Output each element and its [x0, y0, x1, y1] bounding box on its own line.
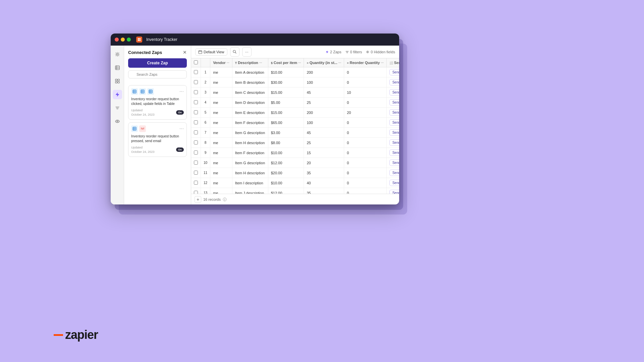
send-request-button[interactable]: Send request — [389, 79, 399, 85]
search-zaps-input[interactable] — [128, 70, 187, 78]
row-checkbox[interactable] — [194, 100, 198, 104]
send-request-button[interactable]: Send request — [389, 89, 399, 96]
svg-point-16 — [117, 121, 118, 122]
send-request-button[interactable]: Send request — [389, 109, 399, 116]
svg-point-42 — [233, 50, 235, 53]
close-zaps-panel-button[interactable]: ✕ — [183, 50, 187, 55]
row-checkbox[interactable] — [194, 120, 198, 124]
row-send-button-cell: Send request — [386, 118, 399, 128]
header-description: TDescription ··· — [232, 58, 268, 67]
row-vendor: me — [210, 98, 232, 108]
search-button[interactable] — [230, 47, 239, 57]
send-request-button[interactable]: Send request — [389, 180, 399, 186]
zapier-logo: zapier — [54, 328, 98, 342]
zaps-panel: Connected Zaps ✕ Create Zap 🔍 — [124, 46, 191, 204]
table-row: 6 me Item F description $65.00 100 0 Sen… — [191, 118, 399, 128]
zapier-logo-text: zapier — [65, 328, 98, 342]
row-vendor: me — [210, 158, 232, 168]
sidebar-icon-eye[interactable] — [113, 117, 122, 126]
zap-1-icon-2 — [139, 88, 146, 95]
row-send-button-cell: Send request — [386, 87, 399, 98]
sidebar-icon-settings[interactable] — [113, 50, 122, 59]
zap-card-2-header: ··· — [131, 125, 184, 132]
send-request-button[interactable]: Send request — [389, 119, 399, 126]
default-view-button[interactable]: Default View — [195, 48, 227, 56]
svg-rect-38 — [199, 51, 202, 54]
row-checkbox[interactable] — [194, 181, 198, 185]
sidebar-icon-views[interactable] — [113, 76, 122, 86]
header-send-reorder: ⬜Send Reorder Req... ··· — [386, 58, 399, 67]
row-num: 4 — [201, 98, 210, 108]
svg-rect-2 — [138, 40, 139, 41]
send-request-button[interactable]: Send request — [389, 139, 399, 146]
more-options-button[interactable]: ··· — [242, 47, 252, 57]
eye-icon — [366, 50, 369, 54]
zap-1-toggle[interactable]: On — [176, 110, 184, 115]
data-table-wrapper[interactable]: Vendor ··· TDescription ··· $Cost per it… — [191, 58, 399, 194]
row-checkbox[interactable] — [194, 130, 198, 134]
calendar-icon — [198, 50, 202, 54]
row-checkbox[interactable] — [194, 110, 198, 114]
svg-rect-22 — [141, 90, 144, 93]
table-row: 9 me Item F description $10.00 15 0 Send… — [191, 148, 399, 158]
row-vendor: me — [210, 108, 232, 118]
sidebar-icon-tables[interactable] — [113, 63, 122, 72]
row-description: Item F description — [232, 118, 268, 128]
row-checkbox-cell — [191, 188, 201, 194]
sidebar-icon-filters[interactable] — [113, 103, 122, 113]
row-description: Item F description — [232, 148, 268, 158]
zaps-panel-title: Connected Zaps — [128, 50, 162, 55]
row-reorder-qty: 0 — [344, 128, 387, 138]
row-reorder-qty: 0 — [344, 158, 387, 168]
row-vendor: me — [210, 118, 232, 128]
row-reorder-qty: 0 — [344, 67, 387, 77]
row-send-button-cell: Send request — [386, 188, 399, 194]
zap-1-more-button[interactable]: ··· — [179, 88, 184, 95]
svg-rect-3 — [140, 40, 141, 41]
table-row: 12 me Item I description $10.00 40 0 Sen… — [191, 178, 399, 188]
app-body: Connected Zaps ✕ Create Zap 🔍 — [111, 46, 399, 204]
select-all-checkbox[interactable] — [194, 60, 198, 64]
toolbar-meta: 2 Zaps 0 filters — [325, 50, 395, 54]
add-row-button[interactable]: + — [195, 196, 201, 203]
send-request-button[interactable]: Send request — [389, 99, 399, 106]
zap-2-more-button[interactable]: ··· — [179, 126, 184, 132]
zap-2-toggle[interactable]: On — [176, 147, 184, 152]
row-checkbox[interactable] — [194, 150, 198, 155]
row-checkbox[interactable] — [194, 140, 198, 144]
maximize-window-dot[interactable] — [127, 38, 131, 42]
send-request-button[interactable]: Send request — [389, 149, 399, 156]
row-quantity: 45 — [304, 87, 344, 98]
row-description: Item I description — [232, 178, 268, 188]
sidebar-icon-zaps[interactable] — [113, 90, 122, 99]
row-checkbox[interactable] — [194, 70, 198, 74]
table-row: 4 me Item D description $5.00 25 0 Send … — [191, 98, 399, 108]
row-checkbox[interactable] — [194, 90, 198, 94]
row-cost: $20.00 — [268, 168, 304, 178]
send-request-button[interactable]: Send request — [389, 129, 399, 136]
send-request-button[interactable]: Send request — [389, 69, 399, 75]
zapier-logo-dash — [54, 334, 63, 336]
zap-2-icon-2 — [139, 125, 146, 132]
send-request-button[interactable]: Send request — [389, 190, 399, 194]
close-window-dot[interactable] — [115, 38, 119, 42]
row-description: Item J description — [232, 188, 268, 194]
row-vendor: me — [210, 87, 232, 98]
row-cost: $3.00 — [268, 128, 304, 138]
create-zap-button[interactable]: Create Zap — [128, 58, 187, 68]
row-checkbox[interactable] — [194, 80, 198, 84]
row-description: Item H description — [232, 138, 268, 148]
minimize-window-dot[interactable] — [121, 38, 125, 42]
default-view-label: Default View — [204, 50, 224, 54]
row-checkbox[interactable] — [194, 171, 198, 175]
zap-2-icons — [131, 125, 146, 132]
row-quantity: 35 — [304, 168, 344, 178]
row-quantity: 100 — [304, 118, 344, 128]
row-checkbox[interactable] — [194, 161, 198, 165]
send-request-button[interactable]: Send request — [389, 170, 399, 176]
send-request-button[interactable]: Send request — [389, 160, 399, 166]
row-checkbox[interactable] — [194, 191, 198, 194]
svg-rect-10 — [118, 79, 119, 81]
app-icon — [136, 37, 142, 43]
row-quantity: 45 — [304, 128, 344, 138]
